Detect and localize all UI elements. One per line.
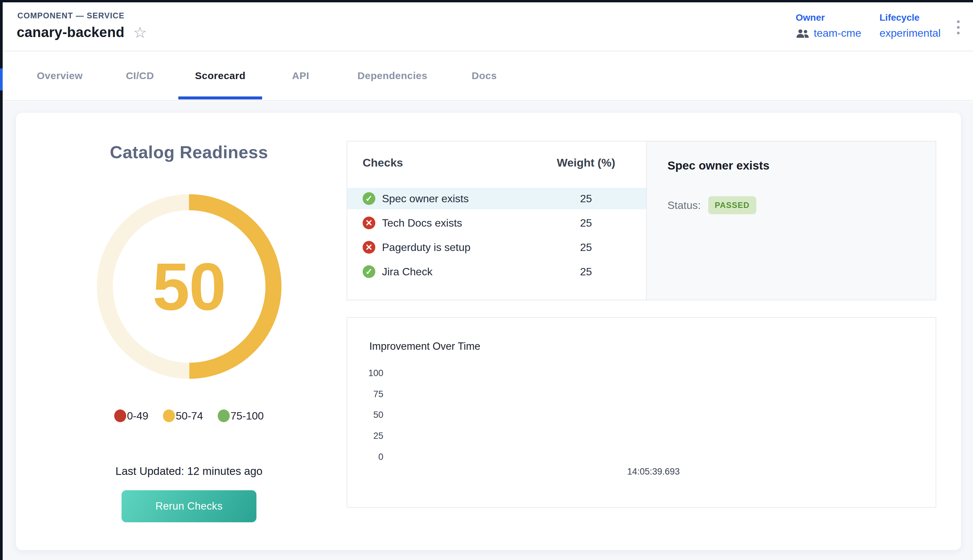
entity-tabs: OverviewCI/CDScorecardAPIDependenciesDoc… (3, 52, 973, 101)
window-top-edge (0, 0, 973, 2)
chart-y-tick: 50 (347, 409, 383, 420)
check-weight: 25 (546, 241, 626, 253)
app-window: COMPONENT — SERVICE canary-backend ☆ Own… (0, 0, 973, 560)
check-name: Jira Check (382, 266, 546, 278)
chart-y-tick: 100 (347, 367, 383, 379)
checks-column-header: Checks (363, 156, 546, 169)
check-failed-icon: ✕ (363, 241, 375, 253)
favorite-star-icon[interactable]: ☆ (133, 25, 147, 40)
check-weight: 25 (546, 193, 626, 205)
entity-kind-breadcrumb: COMPONENT — SERVICE (17, 11, 125, 20)
chart-y-tick: 25 (347, 430, 383, 442)
page-title: canary-backend (17, 24, 125, 40)
check-row[interactable]: ✓Spec owner exists25 (347, 188, 646, 209)
readiness-title: Catalog Readiness (110, 142, 268, 162)
last-updated-text: Last Updated: 12 minutes ago (115, 465, 262, 478)
check-detail-panel: Spec owner exists Status: PASSED (646, 142, 936, 300)
checks-rows: ✓Spec owner exists25✕Tech Docs exists25✕… (347, 188, 646, 282)
check-name: Pagerduty is setup (382, 241, 546, 253)
left-accent-bar (0, 68, 3, 90)
legend-item: 75-100 (218, 410, 264, 422)
status-label: Status: (668, 199, 701, 212)
score-legend: 0-4950-7475-100 (114, 410, 264, 422)
check-failed-icon: ✕ (363, 217, 375, 229)
check-name: Spec owner exists (382, 193, 546, 205)
score-value: 50 (153, 248, 225, 325)
legend-label: 50-74 (176, 410, 203, 422)
check-passed-icon: ✓ (363, 265, 375, 278)
check-row[interactable]: ✕Tech Docs exists25 (347, 212, 646, 233)
legend-swatch (114, 410, 126, 422)
legend-item: 50-74 (163, 410, 203, 422)
check-weight: 25 (546, 266, 626, 278)
checks-card: Checks Weight (%) ✓Spec owner exists25✕T… (347, 141, 936, 300)
score-gauge: 50 (97, 194, 282, 379)
rerun-checks-button[interactable]: Rerun Checks (122, 490, 257, 522)
check-row[interactable]: ✕Pagerduty is setup25 (347, 237, 646, 258)
tab-ci-cd[interactable]: CI/CD (115, 52, 165, 100)
owner-label[interactable]: Owner (796, 12, 861, 23)
chart-title: Improvement Over Time (369, 340, 480, 352)
people-icon (796, 29, 810, 38)
more-options-kebab-icon[interactable] (955, 18, 961, 37)
legend-label: 0-49 (127, 410, 148, 422)
chart-y-tick: 0 (347, 451, 383, 463)
lifecycle-meta: Lifecycle experimental (880, 12, 941, 39)
active-tab-underline (178, 97, 262, 100)
check-detail-title: Spec owner exists (668, 159, 915, 172)
catalog-readiness-section: Catalog Readiness 50 0-4950-7475-100 Las… (16, 113, 362, 522)
tab-scorecard[interactable]: Scorecard (195, 52, 245, 100)
score-gauge-hole: 50 (113, 210, 265, 363)
content-area: Catalog Readiness 50 0-4950-7475-100 Las… (3, 102, 973, 560)
weight-column-header: Weight (%) (546, 156, 626, 169)
check-passed-icon: ✓ (363, 192, 375, 205)
tab-api[interactable]: API (275, 52, 325, 100)
chart-y-tick: 75 (347, 388, 383, 400)
entity-header: COMPONENT — SERVICE canary-backend ☆ Own… (3, 2, 973, 52)
checks-table-header: Checks Weight (%) (347, 156, 646, 169)
check-status-row: Status: PASSED (668, 196, 915, 214)
status-badge: PASSED (708, 196, 756, 214)
scorecard-main-card: Catalog Readiness 50 0-4950-7475-100 Las… (16, 113, 961, 550)
improvement-chart-card: Improvement Over Time 1007550250 14:05:3… (347, 317, 936, 508)
legend-item: 0-49 (114, 410, 148, 422)
entity-title-row: canary-backend ☆ (17, 24, 147, 40)
legend-swatch (163, 410, 175, 422)
legend-label: 75-100 (230, 410, 264, 422)
lifecycle-value: experimental (880, 27, 941, 39)
owner-value-link[interactable]: team-cme (814, 27, 861, 39)
tab-docs[interactable]: Docs (459, 52, 509, 100)
check-name: Tech Docs exists (382, 217, 546, 229)
check-row[interactable]: ✓Jira Check25 (347, 261, 646, 282)
owner-meta: Owner team-cme (796, 12, 861, 39)
check-weight: 25 (546, 217, 626, 229)
legend-swatch (218, 410, 230, 422)
checks-table: Checks Weight (%) ✓Spec owner exists25✕T… (347, 142, 646, 300)
tab-dependencies[interactable]: Dependencies (355, 52, 429, 100)
lifecycle-label[interactable]: Lifecycle (880, 12, 941, 23)
chart-x-tick: 14:05:39.693 (627, 467, 680, 477)
tab-overview[interactable]: Overview (35, 52, 85, 100)
